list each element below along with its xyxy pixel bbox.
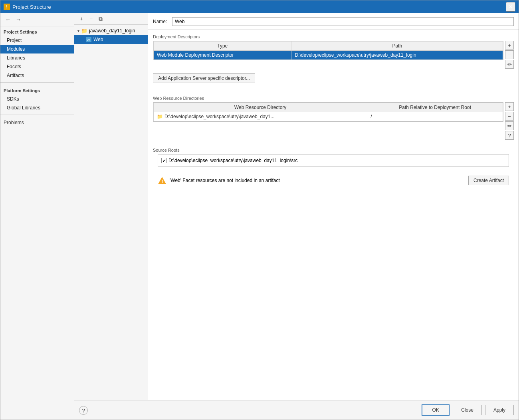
app-icon: !: [4, 4, 10, 10]
remove-module-button[interactable]: −: [87, 15, 95, 23]
deployment-table: Type Path: [153, 41, 503, 60]
platform-settings-label: Platform Settings: [0, 85, 74, 95]
window-title: Project Structure: [12, 4, 51, 10]
path-cell: D:\develop\eclipse_workspace\utry\javawe…: [291, 51, 503, 60]
source-roots-title: Source Roots: [153, 146, 514, 153]
expand-icon: ▾: [77, 29, 79, 33]
edit-descriptor-side-btn[interactable]: ✏: [505, 60, 514, 69]
title-bar: ! Project Structure ✕: [0, 0, 519, 13]
tree-section: ▾ 📁 javaweb_day11_login W Web: [74, 25, 148, 46]
web-resource-table-area: Web Resource Directory Path Relative to …: [153, 102, 514, 140]
folder-icon: 📁: [81, 28, 87, 34]
relative-path-column-header: Path Relative to Deployment Root: [367, 103, 503, 112]
table-row[interactable]: 📁 D:\develop\eclipse_workspace\utry\java…: [154, 112, 503, 121]
back-button[interactable]: ←: [4, 16, 12, 24]
deployment-descriptors-title: Deployment Descriptors: [153, 33, 514, 39]
name-input[interactable]: [172, 17, 514, 26]
add-module-button[interactable]: +: [77, 15, 85, 23]
web-resource-side-buttons: + − ✏ ?: [505, 102, 514, 140]
sidebar-item-project[interactable]: Project: [0, 36, 74, 45]
ok-button[interactable]: OK: [422, 404, 450, 416]
source-root-item[interactable]: ✔ D:\develop\eclipse_workspace\utry\java…: [158, 156, 509, 165]
right-panel: + − ⧉ ▾ 📁 javaweb_day11_login: [74, 13, 519, 420]
content-split: + − ⧉ ▾ 📁 javaweb_day11_login: [74, 13, 519, 400]
web-resource-table: Web Resource Directory Path Relative to …: [153, 103, 503, 121]
close-dialog-button[interactable]: Close: [453, 405, 482, 415]
sidebar-divider-2: [0, 115, 74, 115]
forward-button[interactable]: →: [14, 16, 23, 24]
source-roots-container: ✔ D:\develop\eclipse_workspace\utry\java…: [158, 154, 509, 167]
deployment-descriptors-section: Deployment Descriptors Type: [153, 33, 514, 88]
apply-button[interactable]: Apply: [485, 405, 514, 415]
warning-icon: !: [158, 176, 166, 185]
title-bar-left: ! Project Structure: [4, 4, 51, 10]
project-settings-label: Project Settings: [0, 26, 74, 36]
tree-toolbar: + − ⧉: [74, 13, 148, 25]
module-tree: + − ⧉ ▾ 📁 javaweb_day11_login: [74, 13, 148, 400]
add-web-dir-btn[interactable]: +: [505, 102, 514, 111]
type-cell: Web Module Deployment Descriptor: [154, 51, 291, 60]
web-resource-table-container: Web Resource Directory Path Relative to …: [153, 102, 503, 122]
warning-bar: ! 'Web' Facet resources are not included…: [153, 173, 514, 188]
sidebar-nav: ← →: [0, 13, 74, 26]
path-column-header: Path: [291, 42, 503, 51]
close-button[interactable]: ✕: [506, 2, 515, 12]
edit-web-dir-btn[interactable]: ✏: [505, 121, 514, 130]
remove-descriptor-side-btn[interactable]: −: [505, 50, 514, 59]
svg-text:!: !: [162, 179, 163, 184]
details-panel: Name: Deployment Descriptors: [148, 13, 519, 400]
sidebar-item-libraries[interactable]: Libraries: [0, 53, 74, 62]
web-resource-title: Web Resource Directories: [153, 94, 514, 101]
web-module-icon: W: [85, 36, 92, 43]
sidebar-item-sdks[interactable]: SDKs: [0, 95, 74, 103]
sidebar: ← → Project Settings Project Modules Lib…: [0, 13, 74, 420]
sidebar-item-problems[interactable]: Problems: [0, 117, 74, 127]
bottom-bar: ? OK Close Apply: [74, 400, 519, 420]
tree-item-javaweb[interactable]: ▾ 📁 javaweb_day11_login: [74, 26, 148, 35]
deployment-side-buttons: + − ✏: [505, 41, 514, 69]
deployment-table-area: Type Path: [153, 41, 514, 69]
name-label: Name:: [153, 19, 169, 24]
main-content: ← → Project Settings Project Modules Lib…: [0, 13, 519, 420]
web-resource-section: Web Resource Directories Web Resource Di…: [153, 94, 514, 140]
table-row[interactable]: Web Module Deployment Descriptor D:\deve…: [154, 51, 503, 60]
remove-web-dir-btn[interactable]: −: [505, 112, 514, 121]
sidebar-item-artifacts[interactable]: Artifacts: [0, 71, 74, 80]
help-web-dir-btn[interactable]: ?: [505, 131, 514, 140]
sidebar-divider-1: [0, 82, 74, 83]
add-descriptor-button[interactable]: Add Application Server specific descript…: [153, 73, 255, 83]
type-column-header: Type: [154, 42, 291, 51]
sidebar-item-facets[interactable]: Facets: [0, 62, 74, 71]
add-descriptor-btn-row: Add Application Server specific descript…: [153, 71, 514, 85]
help-button[interactable]: ?: [79, 406, 88, 415]
tree-item-web[interactable]: W Web: [74, 35, 148, 44]
relative-path-cell: /: [367, 112, 503, 121]
copy-module-button[interactable]: ⧉: [97, 15, 105, 23]
source-root-checkbox[interactable]: ✔: [161, 158, 167, 163]
name-row: Name:: [148, 13, 519, 30]
web-dir-cell: 📁 D:\develop\eclipse_workspace\utry\java…: [154, 112, 367, 121]
create-artifact-button[interactable]: Create Artifact: [468, 176, 509, 185]
web-dir-column-header: Web Resource Directory: [154, 103, 367, 112]
add-descriptor-side-btn[interactable]: +: [505, 41, 514, 50]
warning-message: 'Web' Facet resources are not included i…: [170, 178, 280, 183]
sidebar-item-modules[interactable]: Modules: [0, 45, 74, 53]
web-dir-folder-icon: 📁: [157, 114, 163, 119]
deployment-table-container: Type Path: [153, 41, 503, 60]
svg-text:W: W: [87, 38, 90, 42]
source-roots-section: Source Roots ✔ D:\develop\eclipse_worksp…: [153, 146, 514, 170]
project-structure-window: ! Project Structure ✕ ← → Project Settin…: [0, 0, 519, 420]
sidebar-item-global-libraries[interactable]: Global Libraries: [0, 103, 74, 112]
